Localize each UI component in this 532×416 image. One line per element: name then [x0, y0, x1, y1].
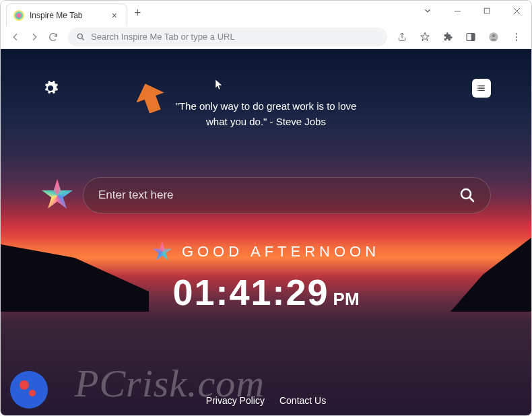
back-button[interactable] [6, 28, 25, 46]
svg-point-10 [477, 88, 477, 88]
greeting-text: GOOD AFTERNOON [182, 243, 380, 261]
svg-point-12 [461, 189, 471, 199]
toolbar: Search Inspire Me Tab or type a URL [1, 25, 531, 49]
svg-point-1 [77, 34, 82, 38]
list-icon[interactable] [472, 79, 491, 98]
chat-bubble-icon[interactable] [10, 371, 48, 409]
browser-window: Inspire Me Tab × + Search Inspire Me Tab… [0, 0, 532, 416]
tab-favicon [13, 10, 24, 21]
search-input[interactable] [98, 188, 459, 202]
share-icon[interactable] [393, 28, 411, 46]
clock: 01:41:29 PM [172, 271, 359, 313]
toolbar-actions [393, 28, 526, 46]
footer-links: Privacy Policy Contact Us [206, 395, 326, 406]
chevron-down-icon[interactable] [413, 1, 442, 21]
svg-point-7 [516, 36, 517, 37]
privacy-link[interactable]: Privacy Policy [206, 395, 265, 406]
maximize-button[interactable] [472, 1, 502, 21]
search-row [41, 177, 491, 213]
svg-point-8 [516, 39, 517, 40]
page-content: "The only way to do great work is to lov… [1, 49, 531, 415]
svg-point-6 [516, 33, 517, 34]
clock-time: 01:41:29 [172, 271, 329, 313]
forward-button[interactable] [25, 28, 44, 46]
extensions-icon[interactable] [438, 28, 457, 46]
cursor-icon [215, 79, 224, 93]
address-bar-text: Search Inspire Me Tab or type a URL [91, 32, 235, 42]
close-button[interactable] [502, 1, 531, 21]
search-icon [76, 32, 86, 42]
minimize-button[interactable] [442, 1, 472, 21]
svg-point-5 [492, 34, 496, 37]
bookmark-star-icon[interactable] [415, 28, 434, 46]
new-tab-button[interactable]: + [127, 6, 148, 20]
titlebar: Inspire Me Tab × + [1, 1, 531, 25]
star-icon [152, 242, 172, 262]
app-logo [41, 179, 73, 211]
clock-ampm: PM [333, 289, 360, 310]
sidepanel-icon[interactable] [461, 28, 480, 46]
address-bar[interactable]: Search Inspire Me Tab or type a URL [68, 28, 387, 46]
svg-rect-0 [484, 8, 490, 13]
browser-tab[interactable]: Inspire Me Tab × [6, 3, 127, 26]
reload-button[interactable] [44, 28, 63, 46]
search-icon[interactable] [459, 187, 475, 203]
svg-point-11 [477, 90, 477, 91]
close-tab-icon[interactable]: × [109, 10, 120, 21]
settings-gear-icon[interactable] [41, 79, 60, 98]
svg-point-9 [477, 85, 477, 86]
quote-text: "The only way to do great work is to lov… [172, 99, 360, 129]
search-bar[interactable] [83, 177, 491, 213]
svg-rect-3 [471, 33, 475, 40]
greeting-row: GOOD AFTERNOON [152, 242, 380, 262]
top-icon-row [1, 79, 531, 98]
window-controls [413, 1, 531, 21]
profile-icon[interactable] [484, 28, 503, 46]
tab-title: Inspire Me Tab [30, 11, 109, 20]
contact-link[interactable]: Contact Us [279, 395, 326, 406]
menu-dots-icon[interactable] [507, 28, 526, 46]
